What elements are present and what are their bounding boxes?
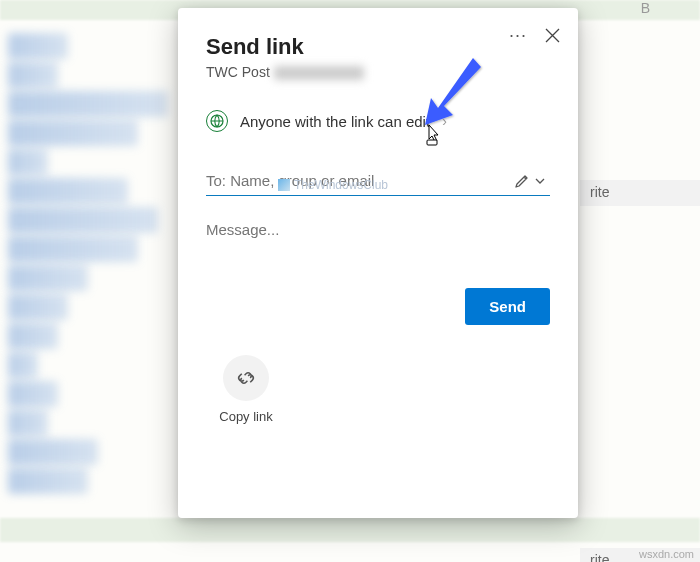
more-options-button[interactable]: ··· (509, 26, 527, 44)
logo-square-icon (278, 179, 290, 191)
edit-permission-button[interactable] (510, 173, 550, 189)
send-button[interactable]: Send (465, 288, 550, 325)
link-permission-button[interactable]: Anyone with the link can edit › (206, 110, 550, 132)
pencil-icon (514, 173, 530, 189)
bg-list (0, 0, 180, 497)
message-input[interactable] (206, 221, 550, 238)
svg-rect-1 (427, 140, 437, 145)
chevron-down-icon (534, 175, 546, 187)
watermark-logo: TheWindowsClub (278, 178, 388, 192)
dialog-subtitle: TWC Post (206, 64, 550, 80)
bg-right: rite rite (580, 180, 700, 562)
copy-link-button[interactable]: Copy link (206, 355, 286, 424)
chevron-right-icon: › (442, 113, 447, 129)
close-button[interactable] (545, 28, 560, 43)
copy-link-label: Copy link (219, 409, 272, 424)
permission-text: Anyone with the link can edit (240, 113, 430, 130)
column-header: B (641, 0, 650, 16)
close-icon (545, 28, 560, 43)
send-link-dialog: ··· Send link TWC Post Anyone with the l… (178, 8, 578, 518)
bg-bottom (0, 518, 700, 542)
globe-icon (206, 110, 228, 132)
source-watermark: wsxdn.com (639, 548, 694, 560)
dialog-title: Send link (206, 34, 550, 60)
link-icon (235, 367, 257, 389)
